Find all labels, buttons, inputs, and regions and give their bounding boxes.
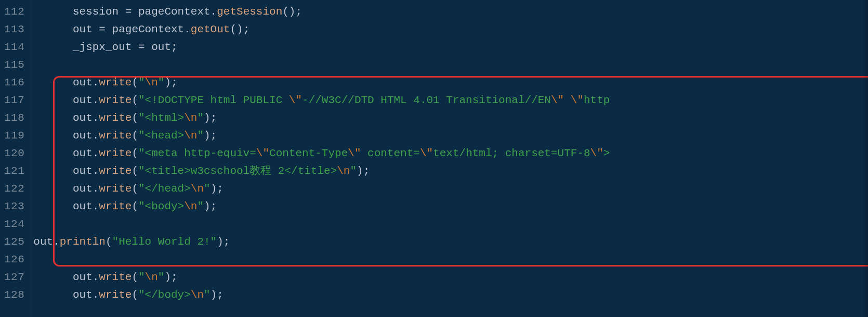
code-token: " (138, 271, 145, 283)
code-token: . (93, 271, 99, 283)
indent (33, 23, 73, 35)
code-line[interactable] (31, 56, 868, 74)
line-number: 115 (4, 56, 24, 74)
code-token: "Hello World 2!" (112, 236, 217, 248)
indent (33, 41, 73, 53)
code-token: . (93, 289, 99, 301)
code-line[interactable]: out.write("</head>\n"); (31, 180, 868, 198)
code-line[interactable]: out = pageContext.getOut(); (31, 21, 868, 39)
code-token: \" (348, 147, 361, 159)
code-token (564, 94, 571, 106)
indent (33, 147, 73, 159)
code-token: "<title>w3cschool教程 2</title> (138, 165, 337, 177)
line-number: 127 (4, 269, 24, 286)
line-number: 118 (4, 109, 24, 127)
code-token: out (73, 183, 93, 195)
code-token: ( (131, 112, 138, 124)
code-line[interactable]: out.write("<!DOCTYPE html PUBLIC \"-//W3… (31, 92, 868, 109)
code-token: " (158, 77, 165, 88)
code-token: http (584, 94, 610, 106)
code-token: write (99, 183, 131, 195)
code-token: write (99, 94, 131, 106)
code-token: ( (131, 200, 138, 212)
code-line[interactable]: _jspx_out = out; (31, 39, 868, 56)
code-line[interactable]: out.write("\n"); (31, 269, 868, 286)
code-token: " (138, 77, 145, 88)
code-token: \n (184, 200, 197, 212)
code-token: > (603, 147, 610, 159)
code-token: " (197, 200, 204, 212)
code-token: write (99, 130, 131, 142)
code-line[interactable]: out.write("<body>\n"); (31, 198, 868, 215)
code-token: ( (131, 271, 138, 283)
code-token: . (93, 200, 99, 212)
code-line[interactable]: out.write("<title>w3cschool教程 2</title>\… (31, 162, 868, 180)
code-token: ( (131, 130, 138, 142)
line-number: 122 (4, 180, 24, 198)
code-token: . (211, 6, 217, 18)
code-token: out; (151, 41, 177, 53)
code-token: ( (131, 183, 138, 195)
code-token: \n (145, 77, 158, 88)
code-line[interactable]: out.write("<meta http-equiv=\"Content-Ty… (31, 145, 868, 162)
code-token: ); (204, 200, 217, 212)
code-token: = (99, 23, 112, 35)
code-line[interactable] (31, 215, 868, 233)
code-line[interactable]: session = pageContext.getSession(); (31, 3, 868, 21)
code-token: out (73, 77, 93, 88)
code-token: out (73, 200, 93, 212)
code-token: println (60, 236, 106, 248)
code-line[interactable]: out.write("\n"); (31, 74, 868, 92)
code-token: \" (289, 94, 302, 106)
code-line[interactable] (31, 251, 868, 269)
code-token: \n (191, 183, 204, 195)
code-token: out (73, 271, 93, 283)
code-token: . (93, 183, 99, 195)
code-token: write (99, 200, 131, 212)
indent (33, 77, 73, 88)
line-number: 116 (4, 74, 24, 92)
code-token: out (73, 289, 93, 301)
right-shadow (863, 0, 868, 317)
indent (33, 183, 73, 195)
code-token: write (99, 165, 131, 177)
code-token: \" (551, 94, 564, 106)
code-token: ( (131, 165, 138, 177)
code-token: . (93, 77, 99, 88)
code-token: " (197, 112, 204, 124)
code-token: . (184, 23, 191, 35)
code-token: getOut (191, 23, 230, 35)
code-token: ( (131, 289, 138, 301)
code-token: \n (337, 165, 350, 177)
code-token: out (73, 23, 99, 35)
code-token: ( (131, 147, 138, 159)
indent (33, 112, 73, 124)
code-token: "<head> (138, 130, 184, 142)
code-token: ); (357, 165, 370, 177)
code-line[interactable]: out.write("<html>\n"); (31, 109, 868, 127)
code-token: . (93, 130, 99, 142)
line-number: 117 (4, 92, 24, 109)
code-editor[interactable]: 1121131141151161171181191201211221231241… (0, 0, 868, 317)
code-line[interactable]: out.write("<head>\n"); (31, 127, 868, 145)
code-line[interactable]: out.write("</body>\n"); (31, 286, 868, 304)
code-token: ( (131, 77, 138, 88)
code-line[interactable]: out.println("Hello World 2!"); (31, 233, 868, 251)
code-token: = (138, 41, 151, 53)
code-token: text/html; charset=UTF-8 (433, 147, 590, 159)
code-token: ); (164, 77, 177, 88)
code-token: content= (361, 147, 420, 159)
code-token: \n (191, 289, 204, 301)
code-token: (); (282, 6, 302, 18)
code-area[interactable]: session = pageContext.getSession(); out … (31, 0, 868, 317)
line-number: 114 (4, 39, 24, 56)
code-token: "<html> (138, 112, 184, 124)
code-token: . (93, 112, 99, 124)
code-token: ); (204, 112, 217, 124)
indent (33, 165, 73, 177)
code-token: \" (571, 94, 584, 106)
code-token: out (73, 94, 93, 106)
code-token: . (93, 94, 99, 106)
code-token: \" (420, 147, 433, 159)
code-token: ); (211, 289, 223, 301)
